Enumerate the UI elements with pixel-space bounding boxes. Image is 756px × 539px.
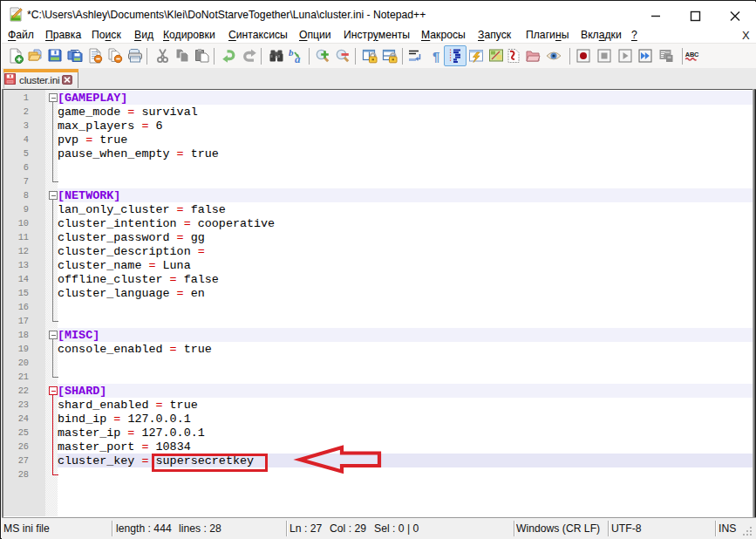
svg-text:ABC: ABC [685,51,699,58]
svg-text:b: b [289,48,294,58]
svg-text:¶: ¶ [432,49,439,64]
